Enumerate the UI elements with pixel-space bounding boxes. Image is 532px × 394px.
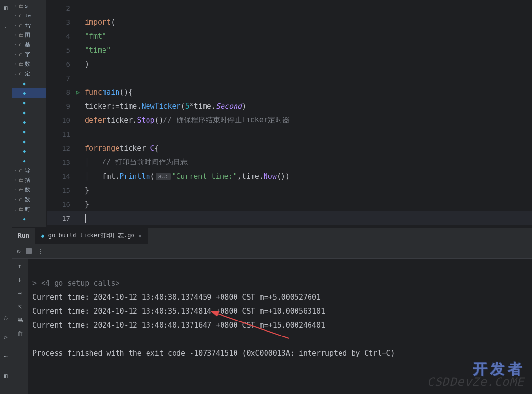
tree-folder[interactable]: ›🗀图: [12, 30, 46, 40]
tree-folder[interactable]: ›🗀s: [12, 1, 46, 11]
tree-label: 基: [25, 41, 30, 48]
line-number[interactable]: 7: [47, 71, 81, 85]
rerun-icon[interactable]: ↻: [17, 248, 21, 255]
go-file-icon: ◆: [23, 100, 26, 105]
line-number[interactable]: 8▷: [47, 85, 81, 99]
line-number[interactable]: 12: [47, 141, 81, 155]
line-number[interactable]: 10: [47, 113, 81, 127]
line-number[interactable]: 3: [47, 15, 81, 29]
chevron-icon[interactable]: ›: [13, 168, 18, 173]
tree-folder[interactable]: ›🗀基: [12, 40, 46, 49]
keyword-func: func: [85, 88, 102, 97]
tree-file[interactable]: ◆: [12, 156, 46, 165]
code-lines[interactable]: import ( "fmt" "time" ) func main() { ti…: [81, 0, 532, 227]
tree-folder[interactable]: ›🗀括: [12, 175, 46, 185]
stop-icon[interactable]: [26, 248, 32, 254]
line-number[interactable]: 6: [47, 57, 81, 71]
go-file-icon: ◆: [23, 216, 26, 221]
tree-file[interactable]: ◆: [12, 88, 46, 98]
chevron-icon[interactable]: ›: [13, 32, 18, 37]
run-config-tab[interactable]: ◆ go build ticker打印日志.go ✕: [35, 228, 148, 244]
keyword-defer: defer: [85, 116, 106, 125]
run-title[interactable]: Run: [12, 232, 35, 239]
line-number[interactable]: 16: [47, 197, 81, 211]
chevron-icon[interactable]: ›: [13, 177, 18, 182]
tree-label: 定: [25, 70, 30, 77]
tree-folder[interactable]: ›🗀te: [12, 11, 46, 20]
setup-calls-line[interactable]: <4 go setup calls>: [41, 279, 120, 288]
line-number[interactable]: 14: [47, 169, 81, 183]
line-number[interactable]: 4: [47, 29, 81, 43]
chevron-icon[interactable]: ›: [13, 3, 18, 8]
folder-icon: 🗀: [19, 3, 24, 9]
line-number[interactable]: 2: [47, 1, 81, 15]
tree-folder[interactable]: ›🗀ty: [12, 20, 46, 30]
left-tool-rail: ◧ · ◌ ▷ ⋯ ◧: [0, 0, 12, 394]
brace: {: [155, 144, 159, 153]
chevron-icon[interactable]: ⌄: [13, 206, 18, 211]
star: *: [190, 102, 194, 111]
line-number[interactable]: 15: [47, 183, 81, 197]
tree-folder[interactable]: ⌄🗀时: [12, 204, 46, 214]
run-gutter-icon[interactable]: ▷: [76, 89, 80, 96]
tree-folder[interactable]: ⌄🗀定: [12, 69, 46, 78]
tool-icon[interactable]: ◧: [4, 371, 7, 380]
trash-icon[interactable]: 🗑: [17, 329, 23, 338]
tree-file[interactable]: ◆: [12, 146, 46, 156]
tree-file[interactable]: ◆: [12, 98, 46, 107]
tree-folder[interactable]: ›🗀数: [12, 185, 46, 194]
line-number[interactable]: 13: [47, 155, 81, 169]
tree-file[interactable]: ◆: [12, 127, 46, 136]
number-5: 5: [185, 102, 190, 111]
up-icon[interactable]: ↑: [18, 262, 22, 270]
line-number[interactable]: 17: [47, 211, 81, 225]
go-file-icon: ◆: [23, 139, 26, 144]
more-icon[interactable]: ⋮: [37, 248, 43, 255]
tree-label: 字: [25, 51, 30, 58]
param-hint: a…:: [156, 173, 171, 180]
project-tree[interactable]: ›🗀s›🗀te›🗀ty›🗀图›🗀基›🗀字›🗀数⌄🗀定◆◆◆◆◆◆◆◆◆›🗀导›🗀…: [12, 0, 47, 227]
print-icon[interactable]: 🖶: [17, 316, 23, 324]
tool-icon[interactable]: ◧: [4, 3, 7, 13]
chevron-icon[interactable]: ›: [13, 13, 18, 18]
import-fmt: "fmt": [85, 32, 106, 41]
line-number[interactable]: 9: [47, 99, 81, 113]
run-tool-icon[interactable]: ▷: [4, 332, 7, 342]
tree-file[interactable]: ◆: [12, 107, 46, 117]
code-editor[interactable]: 2345678▷91011121314151617 import ( "fmt"…: [47, 0, 532, 227]
chevron-icon[interactable]: ⌄: [13, 71, 18, 76]
brace-close: }: [85, 200, 89, 209]
tree-folder[interactable]: ›🗀数: [12, 194, 46, 204]
chevron-icon[interactable]: ›: [13, 23, 18, 28]
tree-label: 导: [25, 167, 30, 174]
folder-icon: 🗀: [19, 71, 24, 76]
tree-folder[interactable]: ›🗀数: [12, 59, 46, 69]
chevron-icon[interactable]: ›: [13, 42, 18, 47]
down-icon[interactable]: ↓: [18, 275, 22, 284]
func-println: Println: [119, 172, 150, 181]
tree-file[interactable]: ◆: [12, 78, 46, 88]
tree-folder[interactable]: ›🗀导: [12, 165, 46, 175]
scroll-icon[interactable]: ⇱: [18, 302, 22, 311]
comment: // 打印当前时间作为日志: [102, 158, 188, 167]
line-number[interactable]: 11: [47, 127, 81, 141]
chevron-icon[interactable]: ›: [13, 187, 18, 192]
line-number[interactable]: 5: [47, 43, 81, 57]
tree-folder[interactable]: ›🗀字: [12, 49, 46, 59]
tool-icon[interactable]: ◌: [4, 313, 7, 322]
tree-file[interactable]: ◆: [12, 117, 46, 127]
pkg-time: time: [242, 172, 259, 181]
console-output[interactable]: > <4 go setup calls> Current time: 2024-…: [28, 259, 532, 394]
tree-label: 图: [25, 31, 30, 39]
tree-file[interactable]: ◆: [12, 214, 46, 223]
tool-icon[interactable]: ⋯: [4, 351, 7, 361]
chevron-icon[interactable]: ›: [13, 61, 18, 66]
close-icon[interactable]: ✕: [138, 233, 142, 239]
softwrap-icon[interactable]: ⇥: [18, 289, 22, 297]
tool-icon[interactable]: ·: [4, 22, 7, 32]
paren-close: ): [242, 102, 246, 111]
tree-file[interactable]: ◆: [12, 136, 46, 146]
chevron-icon[interactable]: ›: [13, 197, 18, 202]
chevron-icon[interactable]: ›: [13, 52, 18, 57]
go-file-icon: ◆: [23, 110, 26, 115]
